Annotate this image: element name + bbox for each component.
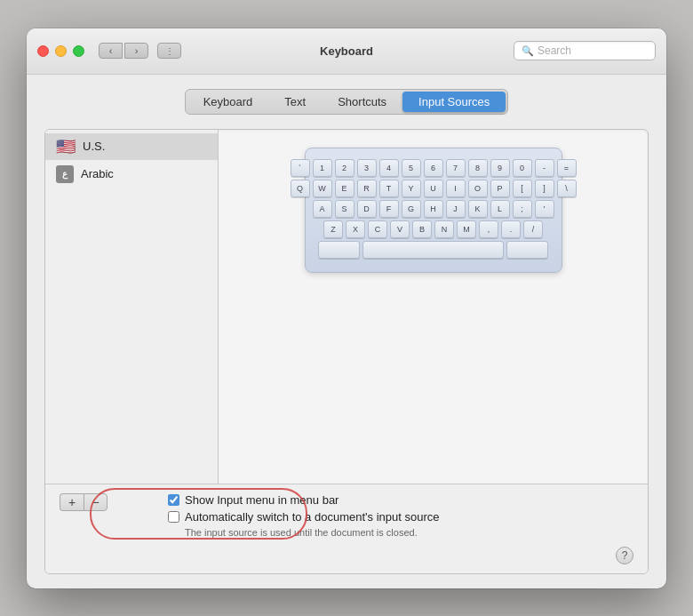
- bottom-bar: + − Show Input menu in menu bar Automati…: [45, 484, 648, 573]
- key-quote: ': [535, 200, 554, 218]
- remove-input-source-button[interactable]: −: [84, 493, 108, 511]
- search-box[interactable]: 🔍 Search: [514, 41, 656, 60]
- key-comma: ,: [479, 220, 498, 238]
- tab-shortcuts[interactable]: Shortcuts: [322, 92, 402, 112]
- key-3: 3: [357, 159, 377, 177]
- key-r: R: [357, 180, 377, 197]
- keyboard-preview-area: ` 1 2 3 4 5 6 7 8 9 0 - =: [219, 130, 648, 484]
- key-w: W: [313, 180, 332, 197]
- show-input-menu-checkbox[interactable]: [168, 494, 179, 506]
- forward-button[interactable]: ›: [124, 43, 148, 59]
- key-s: S: [335, 200, 354, 218]
- search-icon: 🔍: [522, 45, 534, 57]
- add-remove-controls: + −: [60, 493, 108, 511]
- key-row-1: ` 1 2 3 4 5 6 7 8 9 0 - =: [318, 159, 549, 177]
- content-area: Keyboard Text Shortcuts Input Sources 🇺🇸…: [27, 75, 666, 588]
- panel-body: 🇺🇸 U.S. ع Arabic ` 1 2: [45, 130, 648, 484]
- key-slash: /: [523, 220, 543, 238]
- key-u: U: [424, 180, 443, 197]
- auto-switch-label: Automatically switch to a document's inp…: [185, 510, 439, 524]
- key-equals: =: [557, 159, 577, 177]
- key-row-space: [318, 241, 549, 259]
- key-n: N: [434, 220, 454, 238]
- window-title: Keyboard: [320, 44, 373, 58]
- key-c: C: [368, 220, 387, 238]
- tab-bar: Keyboard Text Shortcuts Input Sources: [185, 89, 509, 115]
- tab-input-sources[interactable]: Input Sources: [402, 92, 506, 112]
- key-semicolon: ;: [513, 200, 532, 218]
- input-sources-sidebar: 🇺🇸 U.S. ع Arabic: [45, 130, 219, 484]
- key-v: V: [390, 220, 410, 238]
- key-7: 7: [446, 159, 466, 177]
- key-h: H: [424, 200, 443, 218]
- help-button[interactable]: ?: [616, 547, 633, 564]
- titlebar: ‹ › ⋮ Keyboard 🔍 Search: [27, 28, 666, 75]
- key-row-2: Q W E R T Y U I O P [ ] \: [318, 180, 549, 197]
- key-a: A: [313, 200, 332, 218]
- key-f: F: [379, 200, 399, 218]
- grid-button[interactable]: ⋮: [157, 43, 181, 59]
- us-flag-icon: 🇺🇸: [56, 139, 76, 155]
- key-1: 1: [313, 159, 332, 177]
- arabic-lang-icon: ع: [56, 165, 74, 183]
- key-d: D: [357, 200, 377, 218]
- key-backtick: `: [291, 159, 310, 177]
- show-input-menu-label: Show Input menu in menu bar: [185, 493, 339, 507]
- maximize-button[interactable]: [73, 45, 84, 57]
- key-x: X: [346, 220, 365, 238]
- sidebar-item-arabic-label: Arabic: [81, 167, 114, 180]
- sidebar-item-us[interactable]: 🇺🇸 U.S.: [45, 133, 218, 160]
- key-e: E: [335, 180, 354, 197]
- key-t: T: [379, 180, 399, 197]
- traffic-lights: [37, 45, 84, 57]
- hint-text: The input source is used until the docum…: [185, 527, 439, 538]
- key-5: 5: [402, 159, 421, 177]
- sidebar-item-us-label: U.S.: [83, 140, 105, 153]
- show-input-menu-row: Show Input menu in menu bar: [168, 493, 439, 507]
- key-2: 2: [335, 159, 354, 177]
- key-period: .: [501, 220, 521, 238]
- key-spacebar: [362, 241, 504, 259]
- key-i: I: [446, 180, 466, 197]
- search-placeholder: Search: [538, 44, 571, 57]
- key-j: J: [446, 200, 466, 218]
- sidebar-item-arabic[interactable]: ع Arabic: [45, 160, 218, 188]
- main-panel: 🇺🇸 U.S. ع Arabic ` 1 2: [44, 129, 649, 574]
- minimize-button[interactable]: [55, 45, 67, 57]
- back-button[interactable]: ‹: [99, 43, 123, 59]
- key-row-3: A S D F G H J K L ; ': [318, 200, 549, 218]
- key-lbracket: [: [513, 180, 532, 197]
- key-k: K: [468, 200, 488, 218]
- key-y: Y: [402, 180, 421, 197]
- key-l: L: [490, 200, 510, 218]
- key-9: 9: [490, 159, 510, 177]
- key-8: 8: [468, 159, 488, 177]
- auto-switch-row: Automatically switch to a document's inp…: [168, 510, 439, 524]
- key-4: 4: [379, 159, 399, 177]
- key-z: Z: [323, 220, 343, 238]
- key-row-4: Z X C V B N M , . /: [318, 220, 549, 238]
- key-p: P: [490, 180, 510, 197]
- add-input-source-button[interactable]: +: [60, 493, 84, 511]
- key-0: 0: [513, 159, 532, 177]
- key-fn-right: [506, 241, 548, 259]
- key-m: M: [457, 220, 476, 238]
- close-button[interactable]: [37, 45, 49, 57]
- key-minus: -: [535, 159, 554, 177]
- key-6: 6: [424, 159, 443, 177]
- keyboard-window: ‹ › ⋮ Keyboard 🔍 Search Keyboard Text Sh…: [27, 28, 666, 588]
- tab-text[interactable]: Text: [268, 92, 322, 112]
- tab-keyboard[interactable]: Keyboard: [187, 92, 269, 112]
- key-b: B: [412, 220, 432, 238]
- key-g: G: [402, 200, 421, 218]
- key-o: O: [468, 180, 488, 197]
- keyboard-visual: ` 1 2 3 4 5 6 7 8 9 0 - =: [305, 148, 562, 273]
- nav-buttons: ‹ ›: [99, 43, 148, 59]
- key-rbracket: ]: [535, 180, 554, 197]
- key-fn-left: [318, 241, 360, 259]
- key-backslash: \: [557, 180, 577, 197]
- key-q: Q: [291, 180, 310, 197]
- auto-switch-checkbox[interactable]: [168, 511, 179, 523]
